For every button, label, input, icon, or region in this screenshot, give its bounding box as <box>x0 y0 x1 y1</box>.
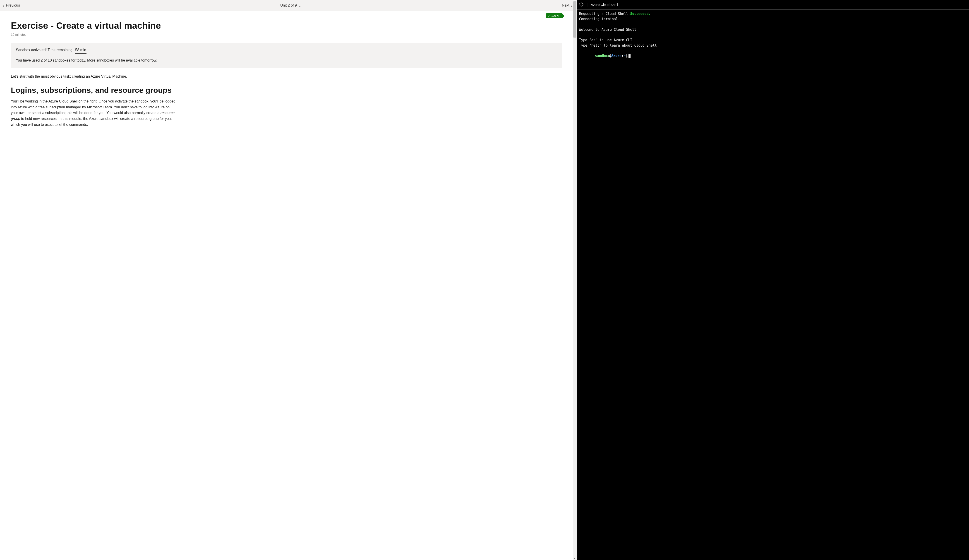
unit-label: Unit 2 of 9 <box>280 3 297 7</box>
previous-label: Previous <box>6 3 20 7</box>
content-scrollbar[interactable]: ▲ ▼ <box>573 0 577 560</box>
time-estimate: 10 minutes <box>11 33 562 37</box>
restart-icon[interactable] <box>579 2 584 7</box>
prompt-sandbox: sandbox <box>595 54 609 58</box>
chevron-down-icon: ⌄ <box>298 3 301 8</box>
cloud-shell-title: Azure Cloud Shell <box>591 3 618 7</box>
lead-paragraph: Let's start with the most obvious task: … <box>11 74 562 80</box>
prompt-azure: Azure <box>611 54 621 58</box>
unit-picker[interactable]: Unit 2 of 9 ⌄ <box>280 3 301 8</box>
xp-badge: ✓ 100 XP <box>546 13 562 18</box>
prompt-colon: : <box>621 54 624 58</box>
terminal-prompt[interactable]: sandbox@Azure:~$ <box>579 54 631 58</box>
chevron-right-icon: › <box>571 3 573 8</box>
prompt-at: @ <box>609 54 611 58</box>
next-label: Next <box>562 3 569 7</box>
section-body: You'll be working in the Azure Cloud She… <box>11 98 176 127</box>
content-body: ✓ 100 XP Exercise - Create a virtual mac… <box>0 11 573 560</box>
scroll-thumb[interactable] <box>573 2 576 38</box>
sandbox-time-remaining: 58 min <box>75 47 87 54</box>
terminal-output[interactable]: Requesting a Cloud Shell.Succeeded. Conn… <box>577 10 969 58</box>
check-icon: ✓ <box>548 15 550 17</box>
next-button[interactable]: Next › <box>562 3 573 8</box>
unit-nav-bar: ‹ Previous Unit 2 of 9 ⌄ Next › <box>0 0 577 11</box>
prompt-tilde: ~ <box>624 54 626 58</box>
term-line1b: Succeeded. <box>630 12 651 16</box>
scroll-down-icon[interactable]: ▼ <box>573 557 577 560</box>
page-title: Exercise - Create a virtual machine <box>11 20 562 31</box>
term-welcome: Welcome to Azure Cloud Shell <box>579 28 636 32</box>
term-line1a: Requesting a Cloud Shell. <box>579 12 630 16</box>
chevron-left-icon: ‹ <box>3 3 4 8</box>
prompt-dollar: $ <box>626 54 628 58</box>
term-line2: Connecting terminal... <box>579 17 624 21</box>
body-post: to hold new resources. In this module, t… <box>11 117 172 126</box>
xp-label: 100 XP <box>551 14 560 17</box>
sandbox-usage-text: You have used 2 of 10 sandboxes for toda… <box>16 58 557 63</box>
sandbox-status-card: Sandbox activated! Time remaining: 58 mi… <box>11 43 562 68</box>
previous-button[interactable]: ‹ Previous <box>3 3 20 8</box>
divider: | <box>587 3 588 7</box>
body-pre: You'll be working in the Azure Cloud She… <box>11 99 175 115</box>
term-tip2: Type "help" to learn about Cloud Shell <box>579 43 657 48</box>
section-heading: Logins, subscriptions, and resource grou… <box>11 86 562 95</box>
terminal-cursor <box>628 54 631 58</box>
cloud-shell-pane: | Azure Cloud Shell Requesting a Cloud S… <box>577 0 969 560</box>
cloud-shell-header: | Azure Cloud Shell <box>577 0 969 10</box>
content-pane: ‹ Previous Unit 2 of 9 ⌄ Next › ✓ 100 XP… <box>0 0 577 560</box>
sandbox-activated-text: Sandbox activated! Time remaining: <box>16 47 73 53</box>
term-tip1: Type "az" to use Azure CLI <box>579 38 632 42</box>
